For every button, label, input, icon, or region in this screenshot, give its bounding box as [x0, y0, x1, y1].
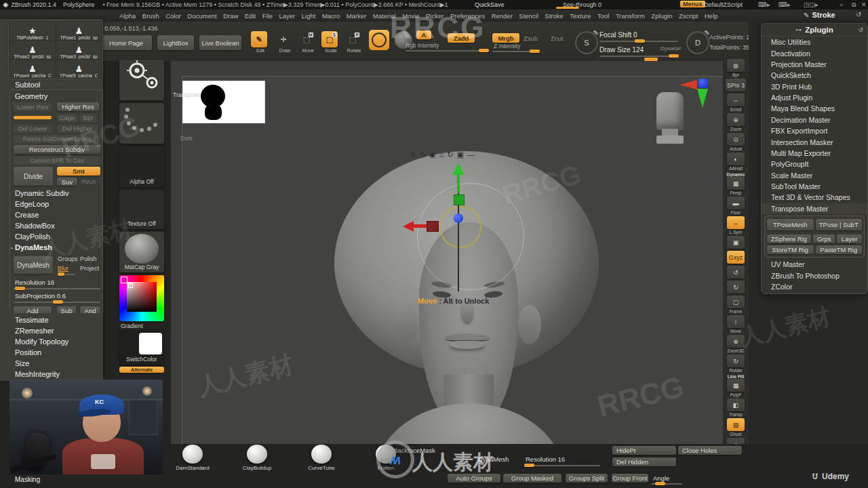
crease-section[interactable]: Crease: [15, 211, 39, 219]
zadd-button[interactable]: Zadd: [448, 33, 475, 43]
resolution-slider[interactable]: [14, 288, 100, 289]
gizmo-green-box[interactable]: [454, 195, 465, 205]
scale-mode-button[interactable]: ⬚S Scale: [321, 31, 340, 53]
tool-thumbnail[interactable]: ♟ TPose4_carcha_C: [9, 60, 56, 78]
right-shelf-item[interactable]: ↻: [726, 281, 746, 294]
menu-item[interactable]: Zplugin: [651, 12, 672, 20]
menu-item[interactable]: Render: [492, 12, 513, 20]
dynamesh-section[interactable]: DynaMesh: [15, 243, 52, 251]
menu-item[interactable]: Zscript: [679, 12, 698, 20]
keyboard-icon[interactable]: ⌨▸: [758, 1, 770, 8]
menu-item[interactable]: Picker: [426, 12, 443, 20]
right-shelf-item[interactable]: ◍ Bpr: [726, 59, 746, 77]
stroke-type-dots[interactable]: Dots: [119, 103, 164, 144]
draw-mode-button[interactable]: ✛ Draw: [275, 31, 294, 53]
zplugin-item[interactable]: SubTool Master: [762, 181, 867, 192]
right-shelf-item[interactable]: ▬ Floor: [726, 197, 746, 215]
right-shelf-item[interactable]: ◐ AAHalf: [726, 152, 746, 171]
right-shelf-item[interactable]: SPix 3: [726, 79, 746, 92]
zplugin-item[interactable]: Text 3D & Vector Shapes: [762, 192, 867, 203]
geometry-section[interactable]: Geometry: [15, 92, 47, 100]
menu-item[interactable]: File: [262, 12, 273, 20]
zplugin-item[interactable]: FBX ExportImport: [762, 125, 867, 136]
transpose-tool[interactable]: Transpose: [119, 60, 164, 100]
right-shelf-item[interactable]: Dynamic ▦ Persp: [726, 172, 746, 195]
gizmo-green-arrow[interactable]: [452, 163, 465, 175]
material-selector[interactable]: MatCap Gray: [119, 232, 164, 272]
brush-favorite[interactable]: CurveTube: [300, 444, 342, 471]
project-toggle[interactable]: Project: [80, 265, 99, 272]
meshintegrity-section[interactable]: MeshIntegrity: [15, 370, 60, 378]
zremesher-section[interactable]: ZRemesher: [15, 327, 54, 335]
zplugin-item[interactable]: QuickSketch: [762, 70, 867, 81]
zsub-button[interactable]: Zsub: [524, 35, 538, 42]
mrgb-button[interactable]: A: [416, 30, 431, 39]
tool-thumbnail[interactable]: ♟ TPose2_pm3d_sp: [9, 41, 56, 59]
group-masked-button[interactable]: Group Masked: [503, 474, 561, 483]
stroke-palette-header[interactable]: ✎ Stroke: [804, 11, 835, 19]
shadowbox-section[interactable]: ShadowBox: [15, 222, 55, 230]
menu-item[interactable]: Help: [705, 12, 718, 20]
keyboard-alt-icon[interactable]: ⌨▸: [778, 1, 791, 8]
tool-thumbnail[interactable]: ♟ TPose5_carcha_C: [56, 60, 102, 78]
zplugin-item[interactable]: Maya Blend Shapes: [762, 103, 867, 114]
see-through-slider-fill[interactable]: [556, 7, 579, 9]
tessimate-section[interactable]: Tessimate: [15, 316, 49, 324]
right-shelf-item[interactable]: ↔ L.Sym: [726, 216, 746, 235]
gizmo-red-box[interactable]: [427, 221, 439, 232]
right-shelf-item[interactable]: Line Fill ▦ PolyF: [726, 374, 746, 397]
del-hidden-button[interactable]: Del Hidden: [612, 458, 676, 466]
default-zscript-button[interactable]: DefaultZScript: [704, 1, 743, 8]
zplugin-item[interactable]: Adjust Plugin: [762, 92, 867, 103]
right-shelf-item[interactable]: ▣: [726, 236, 746, 249]
zplugin-item[interactable]: UV Master: [762, 259, 867, 270]
zplugin-reload-icon[interactable]: ↺: [858, 26, 863, 33]
menu-item[interactable]: Transform: [616, 12, 645, 20]
right-shelf-item[interactable]: ◧ Transp: [726, 399, 746, 417]
menus-button[interactable]: Menus: [680, 1, 705, 7]
gizmo-inner-ring[interactable]: [439, 206, 481, 248]
menu-item[interactable]: Draw: [223, 12, 238, 20]
gizmo-hud-icon[interactable]: —: [467, 150, 475, 159]
zplugin-item[interactable]: ZBrush To Photoshop: [762, 270, 867, 281]
edit-mode-button[interactable]: ✎ Edit: [251, 31, 270, 53]
higher-res-button[interactable]: Higher Res: [57, 102, 99, 111]
lower-res-button[interactable]: Lower Res: [14, 102, 52, 111]
menu-item[interactable]: Edit: [245, 12, 256, 20]
suv-toggle[interactable]: Suv: [57, 178, 77, 186]
menu-item[interactable]: Preferences: [450, 12, 485, 20]
hand-icons[interactable]: ◳◲▸: [804, 1, 818, 8]
reuv-toggle[interactable]: ReUv: [81, 178, 96, 185]
focal-shift-slider[interactable]: [599, 41, 678, 42]
menu-item[interactable]: Brush: [142, 12, 159, 20]
alternate-button[interactable]: Alternate: [119, 367, 164, 373]
zcut-button[interactable]: Zcut: [551, 35, 563, 42]
zplugin-item[interactable]: 3D Print Hub: [762, 81, 867, 92]
menu-item[interactable]: Layer: [279, 12, 296, 20]
mrgb-alt-button[interactable]: Mrgb: [492, 33, 519, 43]
texture-selector[interactable]: Texture Off: [119, 190, 164, 229]
edgeloop-section[interactable]: EdgeLoop: [15, 200, 49, 208]
gizmo-hud-icon[interactable]: ⌂: [439, 150, 444, 159]
gizmo-red-arrow[interactable]: [403, 221, 414, 232]
right-shelf-item[interactable]: ↻ Rotate: [726, 354, 746, 373]
menu-item[interactable]: Stroke: [545, 12, 563, 20]
restore-icon[interactable]: ⧉: [852, 1, 856, 9]
tposemesh-button[interactable]: TPoseMesh: [767, 219, 814, 230]
gizmo-hud-icon[interactable]: ✎: [420, 150, 426, 159]
menu-item[interactable]: Alpha: [119, 12, 136, 20]
document-canvas[interactable]: ⚙✎◉⌂↻▣— Move : Alt to Unlock: [171, 61, 723, 444]
tpose-subt-button[interactable]: TPose | SubT: [816, 219, 863, 230]
del-higher-button[interactable]: Del Higher: [57, 125, 98, 133]
claypolish-section[interactable]: ClayPolish: [15, 232, 50, 241]
brush-favorite[interactable]: ClayBuildup: [236, 444, 278, 471]
convert-bpr-button[interactable]: Convert BPR To Geo: [14, 157, 100, 165]
menu-item[interactable]: Stencil: [519, 12, 538, 20]
blur-slider-label[interactable]: Blur: [58, 265, 68, 272]
right-shelf-item[interactable]: ⊕ Zoom3D: [726, 335, 746, 353]
menu-item[interactable]: Document: [187, 12, 216, 20]
current-color-swatch[interactable]: [139, 333, 162, 354]
gizmo-hud-icon[interactable]: ↻: [447, 150, 453, 159]
stroke-knob[interactable]: S ✎: [575, 31, 598, 54]
right-shelf-item[interactable]: Gxyz: [726, 251, 746, 264]
